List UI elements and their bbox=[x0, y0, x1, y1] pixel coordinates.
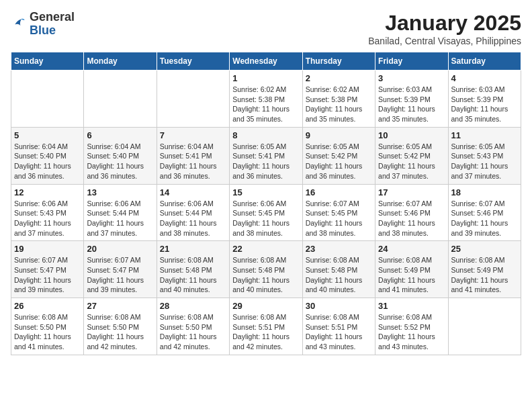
calendar-cell: 12Sunrise: 6:06 AM Sunset: 5:43 PM Dayli… bbox=[11, 184, 84, 241]
day-number: 1 bbox=[232, 73, 299, 83]
calendar-cell: 18Sunrise: 6:07 AM Sunset: 5:46 PM Dayli… bbox=[448, 184, 521, 241]
day-number: 30 bbox=[306, 301, 372, 311]
logo: General Blue bbox=[11, 11, 75, 38]
weekday-header: Tuesday bbox=[157, 52, 229, 71]
day-number: 26 bbox=[14, 301, 81, 311]
weekday-header-row: SundayMondayTuesdayWednesdayThursdayFrid… bbox=[11, 52, 521, 71]
day-number: 24 bbox=[378, 244, 445, 254]
calendar-week-row: 5Sunrise: 6:04 AM Sunset: 5:40 PM Daylig… bbox=[11, 127, 521, 184]
day-number: 18 bbox=[451, 187, 518, 197]
calendar-cell: 20Sunrise: 6:07 AM Sunset: 5:47 PM Dayli… bbox=[84, 241, 157, 298]
day-number: 15 bbox=[232, 187, 299, 197]
calendar-week-row: 12Sunrise: 6:06 AM Sunset: 5:43 PM Dayli… bbox=[11, 184, 521, 241]
day-info: Sunrise: 6:06 AM Sunset: 5:45 PM Dayligh… bbox=[232, 199, 299, 238]
day-info: Sunrise: 6:08 AM Sunset: 5:50 PM Dayligh… bbox=[87, 312, 153, 352]
day-number: 8 bbox=[232, 130, 299, 140]
day-number: 16 bbox=[306, 187, 372, 197]
day-number: 21 bbox=[160, 244, 226, 254]
calendar-cell: 24Sunrise: 6:08 AM Sunset: 5:49 PM Dayli… bbox=[375, 241, 448, 298]
day-info: Sunrise: 6:08 AM Sunset: 5:52 PM Dayligh… bbox=[378, 312, 445, 352]
title-block: January 2025 Banilad, Central Visayas, P… bbox=[368, 11, 521, 46]
day-info: Sunrise: 6:08 AM Sunset: 5:49 PM Dayligh… bbox=[451, 255, 518, 295]
day-info: Sunrise: 6:08 AM Sunset: 5:48 PM Dayligh… bbox=[306, 255, 372, 295]
day-info: Sunrise: 6:08 AM Sunset: 5:48 PM Dayligh… bbox=[232, 255, 299, 295]
day-info: Sunrise: 6:08 AM Sunset: 5:48 PM Dayligh… bbox=[160, 255, 226, 295]
day-info: Sunrise: 6:06 AM Sunset: 5:44 PM Dayligh… bbox=[160, 199, 226, 238]
day-info: Sunrise: 6:05 AM Sunset: 5:42 PM Dayligh… bbox=[378, 142, 445, 181]
day-info: Sunrise: 6:06 AM Sunset: 5:43 PM Dayligh… bbox=[14, 199, 81, 238]
day-info: Sunrise: 6:04 AM Sunset: 5:41 PM Dayligh… bbox=[160, 142, 226, 181]
weekday-header: Wednesday bbox=[230, 52, 302, 71]
calendar-body: 1Sunrise: 6:02 AM Sunset: 5:38 PM Daylig… bbox=[11, 71, 521, 355]
calendar-cell: 15Sunrise: 6:06 AM Sunset: 5:45 PM Dayli… bbox=[230, 184, 302, 241]
weekday-header: Thursday bbox=[302, 52, 375, 71]
calendar-cell: 10Sunrise: 6:05 AM Sunset: 5:42 PM Dayli… bbox=[375, 127, 448, 184]
day-number: 17 bbox=[378, 187, 445, 197]
day-info: Sunrise: 6:05 AM Sunset: 5:41 PM Dayligh… bbox=[232, 142, 299, 181]
weekday-header: Monday bbox=[84, 52, 157, 71]
day-info: Sunrise: 6:07 AM Sunset: 5:46 PM Dayligh… bbox=[378, 199, 445, 238]
calendar-cell: 19Sunrise: 6:07 AM Sunset: 5:47 PM Dayli… bbox=[11, 241, 84, 298]
day-info: Sunrise: 6:03 AM Sunset: 5:39 PM Dayligh… bbox=[378, 85, 445, 124]
day-number: 20 bbox=[87, 244, 153, 254]
day-number: 23 bbox=[306, 244, 372, 254]
calendar-cell bbox=[84, 71, 157, 128]
calendar-week-row: 19Sunrise: 6:07 AM Sunset: 5:47 PM Dayli… bbox=[11, 241, 521, 298]
day-number: 6 bbox=[87, 130, 153, 140]
calendar-cell: 8Sunrise: 6:05 AM Sunset: 5:41 PM Daylig… bbox=[230, 127, 302, 184]
calendar-cell bbox=[11, 71, 84, 128]
calendar-cell: 31Sunrise: 6:08 AM Sunset: 5:52 PM Dayli… bbox=[375, 298, 448, 355]
day-info: Sunrise: 6:07 AM Sunset: 5:47 PM Dayligh… bbox=[87, 255, 153, 295]
calendar-week-row: 1Sunrise: 6:02 AM Sunset: 5:38 PM Daylig… bbox=[11, 71, 521, 128]
day-info: Sunrise: 6:05 AM Sunset: 5:43 PM Dayligh… bbox=[451, 142, 518, 181]
calendar-table: SundayMondayTuesdayWednesdayThursdayFrid… bbox=[11, 52, 521, 355]
calendar-cell: 2Sunrise: 6:02 AM Sunset: 5:38 PM Daylig… bbox=[302, 71, 375, 128]
page-header: General Blue January 2025 Banilad, Centr… bbox=[11, 11, 521, 46]
calendar-cell: 30Sunrise: 6:08 AM Sunset: 5:51 PM Dayli… bbox=[302, 298, 375, 355]
day-number: 3 bbox=[378, 73, 445, 83]
calendar-cell: 9Sunrise: 6:05 AM Sunset: 5:42 PM Daylig… bbox=[302, 127, 375, 184]
calendar-cell: 29Sunrise: 6:08 AM Sunset: 5:51 PM Dayli… bbox=[230, 298, 302, 355]
calendar-cell: 21Sunrise: 6:08 AM Sunset: 5:48 PM Dayli… bbox=[157, 241, 229, 298]
day-info: Sunrise: 6:08 AM Sunset: 5:51 PM Dayligh… bbox=[232, 312, 299, 352]
calendar-cell: 17Sunrise: 6:07 AM Sunset: 5:46 PM Dayli… bbox=[375, 184, 448, 241]
day-number: 29 bbox=[232, 301, 299, 311]
calendar-cell: 23Sunrise: 6:08 AM Sunset: 5:48 PM Dayli… bbox=[302, 241, 375, 298]
logo-blue-text: Blue bbox=[30, 24, 56, 37]
day-number: 9 bbox=[306, 130, 372, 140]
day-info: Sunrise: 6:08 AM Sunset: 5:49 PM Dayligh… bbox=[378, 255, 445, 295]
calendar-cell: 6Sunrise: 6:04 AM Sunset: 5:40 PM Daylig… bbox=[84, 127, 157, 184]
calendar-cell: 16Sunrise: 6:07 AM Sunset: 5:45 PM Dayli… bbox=[302, 184, 375, 241]
day-number: 7 bbox=[160, 130, 226, 140]
calendar-subtitle: Banilad, Central Visayas, Philippines bbox=[368, 36, 521, 46]
day-number: 10 bbox=[378, 130, 445, 140]
calendar-week-row: 26Sunrise: 6:08 AM Sunset: 5:50 PM Dayli… bbox=[11, 298, 521, 355]
day-info: Sunrise: 6:05 AM Sunset: 5:42 PM Dayligh… bbox=[306, 142, 372, 181]
day-info: Sunrise: 6:02 AM Sunset: 5:38 PM Dayligh… bbox=[306, 85, 372, 124]
day-number: 19 bbox=[14, 244, 81, 254]
day-number: 11 bbox=[451, 130, 518, 140]
calendar-cell: 13Sunrise: 6:06 AM Sunset: 5:44 PM Dayli… bbox=[84, 184, 157, 241]
day-number: 13 bbox=[87, 187, 153, 197]
day-info: Sunrise: 6:08 AM Sunset: 5:50 PM Dayligh… bbox=[14, 312, 81, 352]
day-number: 22 bbox=[232, 244, 299, 254]
day-info: Sunrise: 6:04 AM Sunset: 5:40 PM Dayligh… bbox=[87, 142, 153, 181]
calendar-cell: 22Sunrise: 6:08 AM Sunset: 5:48 PM Dayli… bbox=[230, 241, 302, 298]
weekday-header: Sunday bbox=[11, 52, 84, 71]
calendar-cell: 25Sunrise: 6:08 AM Sunset: 5:49 PM Dayli… bbox=[448, 241, 521, 298]
calendar-cell: 4Sunrise: 6:03 AM Sunset: 5:39 PM Daylig… bbox=[448, 71, 521, 128]
day-info: Sunrise: 6:07 AM Sunset: 5:46 PM Dayligh… bbox=[451, 199, 518, 238]
day-number: 5 bbox=[14, 130, 81, 140]
weekday-header: Saturday bbox=[448, 52, 521, 71]
day-number: 27 bbox=[87, 301, 153, 311]
day-number: 12 bbox=[14, 187, 81, 197]
calendar-cell: 26Sunrise: 6:08 AM Sunset: 5:50 PM Dayli… bbox=[11, 298, 84, 355]
day-info: Sunrise: 6:02 AM Sunset: 5:38 PM Dayligh… bbox=[232, 85, 299, 124]
day-number: 25 bbox=[451, 244, 518, 254]
calendar-cell: 5Sunrise: 6:04 AM Sunset: 5:40 PM Daylig… bbox=[11, 127, 84, 184]
calendar-cell bbox=[448, 298, 521, 355]
day-number: 2 bbox=[306, 73, 372, 83]
day-info: Sunrise: 6:08 AM Sunset: 5:50 PM Dayligh… bbox=[160, 312, 226, 352]
calendar-cell: 1Sunrise: 6:02 AM Sunset: 5:38 PM Daylig… bbox=[230, 71, 302, 128]
calendar-cell: 3Sunrise: 6:03 AM Sunset: 5:39 PM Daylig… bbox=[375, 71, 448, 128]
